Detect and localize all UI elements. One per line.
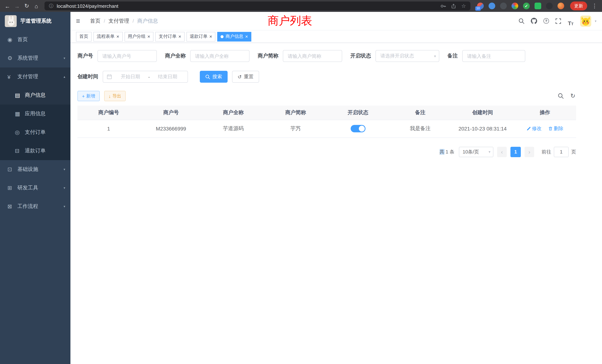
tab-home[interactable]: 首页 xyxy=(76,32,92,41)
briefcase-icon: ⊠ xyxy=(7,203,16,210)
goto-page-input[interactable] xyxy=(554,147,569,157)
back-icon[interactable]: ← xyxy=(3,3,12,9)
status-toggle[interactable] xyxy=(351,125,365,132)
page-content: 商户号 商户全称 商户简称 开启状态 请选择开启状态 xyxy=(77,43,576,157)
app-window: 芋道管理系统 ◉ 首页 ⚙ 系统管理 ▾ ¥ 支付管理 ▴ ▤ 商户信息 xyxy=(0,12,602,364)
home-icon[interactable]: ⌂ xyxy=(32,3,41,9)
reload-icon[interactable]: ↻ xyxy=(22,3,31,9)
extension-icon-4[interactable] xyxy=(512,3,518,9)
close-icon[interactable]: × xyxy=(245,34,248,39)
browser-menu-icon[interactable]: ⋮ xyxy=(590,3,599,9)
chevron-up-icon: ▴ xyxy=(64,75,65,79)
address-bar[interactable]: ⓘ localhost:1024/pay/merchant ☆ xyxy=(44,1,470,10)
sidebar-item-payment[interactable]: ¥ 支付管理 ▴ xyxy=(0,67,70,86)
monitor-icon: ⊡ xyxy=(7,166,16,173)
edit-button[interactable]: 修改 xyxy=(526,125,542,132)
fullscreen-icon[interactable] xyxy=(554,16,563,26)
browser-profile-avatar[interactable] xyxy=(558,3,564,9)
extension-icon-5[interactable]: ✓ xyxy=(523,3,530,9)
yen-icon: ¥ xyxy=(7,74,16,80)
tab-merchant-info[interactable]: 商户信息 × xyxy=(217,32,251,41)
next-page-button[interactable]: › xyxy=(525,147,534,157)
active-dot xyxy=(221,35,224,38)
close-icon[interactable]: × xyxy=(209,34,212,39)
font-size-icon[interactable]: TT xyxy=(566,16,576,26)
merchant-no-input[interactable] xyxy=(97,50,157,62)
tab-pay-order[interactable]: 支付订单 × xyxy=(155,32,184,41)
bookmark-star-icon[interactable]: ☆ xyxy=(461,3,466,9)
page-size-select[interactable]: 10条/页 ▾ xyxy=(459,147,493,157)
help-icon[interactable]: ? xyxy=(541,16,551,26)
extension-icon-6[interactable] xyxy=(535,3,541,9)
tab-process-form[interactable]: 流程表单 × xyxy=(93,32,122,41)
remark-input[interactable] xyxy=(462,50,525,62)
avatar-caret-icon[interactable]: ▾ xyxy=(595,19,596,23)
filter-create-time: 创建时间 开始日期 - 结束日期 xyxy=(77,71,188,83)
delete-button[interactable]: 删除 xyxy=(548,125,563,132)
site-info-icon[interactable]: ⓘ xyxy=(49,3,53,9)
search-icon[interactable] xyxy=(517,16,527,26)
page-number-1[interactable]: 1 xyxy=(510,147,521,157)
tab-user-group[interactable]: 用户分组 × xyxy=(124,32,153,41)
short-name-input[interactable] xyxy=(283,50,342,62)
sidebar-item-merchant-info[interactable]: ▤ 商户信息 xyxy=(0,86,70,105)
sidebar-item-refund-order[interactable]: ⊟ 退款订单 xyxy=(0,142,70,160)
search-button[interactable]: 搜索 xyxy=(200,71,228,83)
breadcrumb-current: 商户信息 xyxy=(137,18,158,24)
target-icon: ◎ xyxy=(15,129,23,136)
close-icon[interactable]: × xyxy=(147,34,150,39)
prev-page-button[interactable]: ‹ xyxy=(497,147,507,157)
reset-button[interactable]: ↺ 重置 xyxy=(232,71,259,83)
col-header-id: 商户编号 xyxy=(77,106,140,120)
status-select[interactable]: 请选择开启状态 ▾ xyxy=(376,50,439,62)
merchant-table: 商户编号 商户号 商户全称 商户简称 开启状态 备注 创建时间 操作 1 xyxy=(77,106,576,138)
export-button[interactable]: ↓ 导出 xyxy=(104,91,126,101)
total-count: 共 1 条 xyxy=(440,149,454,155)
breadcrumb-home[interactable]: 首页 xyxy=(90,18,100,24)
cell-id: 1 xyxy=(77,120,140,138)
chevron-down-icon: ▾ xyxy=(64,56,65,60)
full-name-input[interactable] xyxy=(190,50,249,62)
close-icon[interactable]: × xyxy=(116,34,119,39)
date-end-input[interactable]: 结束日期 xyxy=(151,73,184,80)
sidebar-item-system[interactable]: ⚙ 系统管理 ▾ xyxy=(0,49,70,67)
goto-page: 前往 页 xyxy=(542,147,576,157)
extension-icon-1[interactable]: 10 xyxy=(477,3,484,9)
screen: ← → ↻ ⌂ ⓘ localhost:1024/pay/merchant ☆ xyxy=(0,0,602,364)
refresh-table-icon[interactable]: ↻ xyxy=(570,93,575,99)
date-start-input[interactable]: 开始日期 xyxy=(114,73,147,80)
sidebar-item-workflow[interactable]: ⊠ 工作流程 ▾ xyxy=(0,197,70,216)
sidebar-logo[interactable]: 芋道管理系统 xyxy=(0,12,70,30)
hamburger-icon[interactable]: ≡ xyxy=(76,17,86,25)
breadcrumb-separator: / xyxy=(129,18,137,24)
date-range-picker[interactable]: 开始日期 - 结束日期 xyxy=(103,71,188,83)
filter-status: 开启状态 请选择开启状态 ▾ xyxy=(350,50,439,62)
col-header-merchant-no: 商户号 xyxy=(140,106,202,120)
user-avatar[interactable] xyxy=(580,15,591,26)
sidebar-item-home[interactable]: ◉ 首页 xyxy=(0,30,70,49)
search-icon xyxy=(205,74,210,79)
share-icon[interactable] xyxy=(451,3,456,9)
sidebar-item-app-info[interactable]: ▦ 应用信息 xyxy=(0,105,70,123)
password-key-icon[interactable] xyxy=(441,3,446,9)
forward-icon[interactable]: → xyxy=(13,3,22,9)
toggle-search-icon[interactable] xyxy=(558,93,564,99)
chevron-down-icon: ▾ xyxy=(64,186,65,190)
close-icon[interactable]: × xyxy=(178,34,181,39)
browser-update-button[interactable]: 更新 xyxy=(570,1,587,10)
pagination: 共 1 条 10条/页 ▾ ‹ 1 › 前往 页 xyxy=(77,147,576,157)
sidebar-item-dev-tools[interactable]: ⊞ 研发工具 ▾ xyxy=(0,179,70,197)
tab-refund-order[interactable]: 退款订单 × xyxy=(186,32,215,41)
extension-icon-7[interactable] xyxy=(546,3,553,9)
add-button[interactable]: + 新增 xyxy=(77,91,99,101)
cell-status xyxy=(327,120,389,138)
extension-icon-2[interactable] xyxy=(489,3,495,9)
sidebar-item-infrastructure[interactable]: ⊡ 基础设施 ▾ xyxy=(0,160,70,179)
sidebar-item-pay-order[interactable]: ◎ 支付订单 xyxy=(0,123,70,142)
github-icon[interactable] xyxy=(529,16,539,26)
chevron-down-icon: ▾ xyxy=(64,205,65,208)
logo-image xyxy=(5,15,17,27)
chevron-down-icon: ▾ xyxy=(434,54,436,58)
breadcrumb-payment[interactable]: 支付管理 xyxy=(108,18,129,24)
extension-icon-3[interactable] xyxy=(500,3,507,9)
